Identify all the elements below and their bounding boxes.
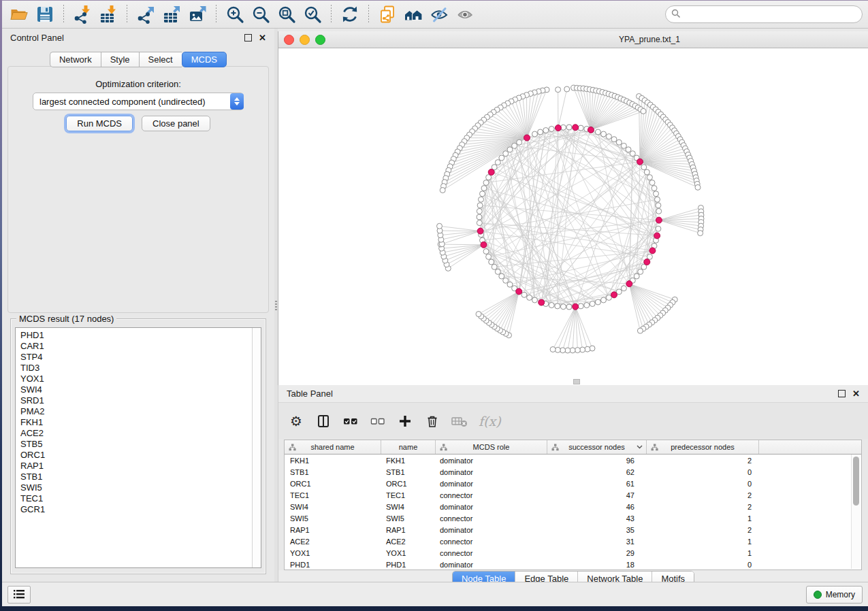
graph-node[interactable]: [578, 125, 583, 131]
mcds-result-item[interactable]: STB5: [20, 439, 250, 450]
graph-node[interactable]: [549, 303, 554, 308]
graph-node[interactable]: [480, 191, 485, 197]
mcds-result-item[interactable]: YOX1: [20, 374, 250, 384]
graph-node[interactable]: [601, 131, 607, 137]
table-row[interactable]: SWI5SWI5connector431: [285, 512, 861, 524]
save-session-button[interactable]: [33, 3, 57, 25]
graph-node[interactable]: [566, 304, 572, 310]
mcds-result-list[interactable]: PHD1CAR1STP4TID3YOX1SWI4SRD1PMA2FKH1ACE2…: [15, 327, 261, 568]
memory-button[interactable]: Memory: [806, 586, 863, 604]
mcds-result-item[interactable]: TEC1: [20, 493, 250, 504]
graph-node[interactable]: [644, 169, 649, 175]
show-all-button[interactable]: [453, 3, 477, 25]
graph-leaf-node[interactable]: [564, 86, 570, 92]
graph-node[interactable]: [521, 292, 527, 297]
graph-node[interactable]: [477, 214, 482, 220]
graph-node[interactable]: [517, 139, 522, 145]
graph-node[interactable]: [652, 186, 657, 191]
graph-leaf-node[interactable]: [585, 346, 590, 352]
graph-node[interactable]: [638, 269, 643, 274]
graph-leaf-node[interactable]: [560, 348, 566, 353]
graph-leaf-node[interactable]: [637, 328, 643, 333]
graph-dominator-node[interactable]: [477, 228, 483, 234]
graph-node[interactable]: [479, 197, 484, 202]
select-all-button[interactable]: [342, 413, 359, 429]
graph-node[interactable]: [507, 282, 513, 287]
zoom-selected-button[interactable]: [301, 3, 324, 25]
graph-node[interactable]: [532, 297, 538, 303]
graph-leaf-node[interactable]: [550, 347, 556, 352]
network-canvas[interactable]: [278, 48, 868, 385]
network-window-titlebar[interactable]: YPA_prune.txt_1: [278, 31, 868, 48]
graph-node[interactable]: [590, 301, 595, 307]
graph-node[interactable]: [616, 139, 622, 145]
graph-node[interactable]: [578, 303, 583, 309]
run-mcds-button[interactable]: Run MCDS: [66, 116, 133, 131]
graph-leaf-node[interactable]: [565, 348, 570, 353]
refresh-view-button[interactable]: [338, 3, 361, 25]
table-row[interactable]: FKH1FKH1dominator962: [285, 455, 861, 466]
tab-style[interactable]: Style: [101, 52, 139, 67]
graph-leaf-node[interactable]: [476, 312, 481, 317]
graph-leaf-node[interactable]: [641, 108, 646, 114]
graph-dominator-node[interactable]: [539, 299, 545, 306]
graph-dominator-node[interactable]: [649, 248, 656, 254]
mcds-result-item[interactable]: ACE2: [20, 428, 250, 439]
graph-leaf-node[interactable]: [437, 223, 443, 229]
graph-node[interactable]: [621, 286, 626, 291]
delete-column-button[interactable]: [424, 413, 440, 429]
graph-dominator-node[interactable]: [524, 135, 530, 141]
graph-dominator-node[interactable]: [611, 292, 617, 298]
graph-node[interactable]: [495, 160, 500, 165]
tab-network[interactable]: Network: [50, 52, 101, 67]
graph-node[interactable]: [499, 155, 504, 161]
graph-node[interactable]: [486, 254, 492, 259]
export-table-button[interactable]: [160, 3, 183, 25]
graph-node[interactable]: [630, 151, 635, 156]
mcds-result-item[interactable]: STP4: [20, 352, 250, 363]
graph-node[interactable]: [499, 274, 504, 279]
graph-node[interactable]: [477, 220, 482, 226]
column-header-name[interactable]: name: [381, 440, 436, 454]
graph-node[interactable]: [655, 197, 660, 202]
close-table-panel-icon[interactable]: ✕: [852, 389, 860, 398]
apply-function-button[interactable]: f(x): [479, 413, 501, 429]
graph-node[interactable]: [527, 295, 532, 300]
graph-node[interactable]: [481, 186, 487, 191]
import-table-button[interactable]: [97, 3, 120, 25]
graph-node[interactable]: [626, 147, 631, 152]
graph-dominator-node[interactable]: [481, 242, 487, 248]
table-row[interactable]: YOX1YOX1connector291: [285, 547, 861, 559]
float-panel-icon[interactable]: [244, 34, 252, 42]
canvas-resize-grip[interactable]: [573, 379, 580, 384]
mcds-result-item[interactable]: RAP1: [20, 461, 250, 472]
table-row[interactable]: PHD1PHD1dominator180: [285, 559, 861, 570]
table-scrollbar[interactable]: [851, 455, 861, 569]
graph-node[interactable]: [543, 128, 549, 133]
column-header-shared-name[interactable]: shared name: [285, 440, 381, 454]
graph-dominator-node[interactable]: [488, 169, 494, 176]
graph-node[interactable]: [483, 180, 489, 186]
mcds-result-item[interactable]: FKH1: [20, 417, 250, 428]
zoom-out-button[interactable]: [249, 3, 272, 25]
graph-node[interactable]: [477, 203, 483, 208]
graph-dominator-node[interactable]: [637, 159, 643, 165]
graph-node[interactable]: [489, 259, 494, 265]
mcds-result-item[interactable]: TID3: [20, 363, 250, 374]
table-row[interactable]: SWI4SWI4dominator462: [285, 501, 861, 512]
export-network-button[interactable]: [134, 3, 157, 25]
graph-node[interactable]: [656, 208, 662, 214]
graph-node[interactable]: [606, 134, 611, 139]
mcds-result-item[interactable]: SWI4: [20, 384, 250, 395]
graph-leaf-node[interactable]: [698, 231, 703, 236]
graph-node[interactable]: [584, 303, 590, 308]
search-input[interactable]: [665, 5, 863, 23]
graph-node[interactable]: [611, 137, 617, 142]
open-file-button[interactable]: [7, 3, 31, 25]
window-zoom-traffic-icon[interactable]: [315, 35, 325, 45]
graph-node[interactable]: [492, 264, 497, 269]
duplicate-network-button[interactable]: [376, 3, 399, 25]
graph-node[interactable]: [566, 125, 572, 130]
graph-dominator-node[interactable]: [588, 127, 594, 133]
float-table-panel-icon[interactable]: [838, 390, 846, 397]
